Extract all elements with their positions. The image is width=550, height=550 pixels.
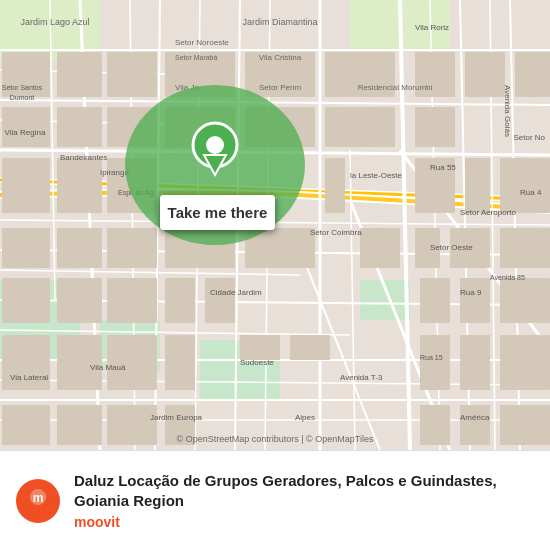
svg-text:Setor Santos: Setor Santos	[2, 84, 43, 91]
svg-rect-51	[325, 107, 395, 147]
svg-text:Bandeirantes: Bandeirantes	[60, 153, 107, 162]
svg-rect-73	[57, 278, 102, 323]
svg-rect-78	[460, 278, 490, 323]
svg-text:Vila Cristina: Vila Cristina	[259, 53, 302, 62]
info-text: Daluz Locação de Grupos Geradores, Palco…	[74, 471, 534, 530]
svg-rect-63	[2, 228, 50, 268]
svg-text:Rua 15: Rua 15	[420, 354, 443, 361]
svg-text:m: m	[33, 491, 44, 505]
svg-text:Vila Mauá: Vila Mauá	[90, 363, 126, 372]
svg-text:Rua 55: Rua 55	[430, 163, 456, 172]
svg-text:Dumont: Dumont	[10, 94, 35, 101]
svg-text:© OpenStreetMap contributors |: © OpenStreetMap contributors | © OpenMap…	[177, 434, 374, 444]
svg-text:la Leste-Oeste: la Leste-Oeste	[350, 171, 403, 180]
place-title: Daluz Locação de Grupos Geradores, Palco…	[74, 471, 534, 510]
svg-text:Jardim Lago Azul: Jardim Lago Azul	[20, 17, 89, 27]
moovit-brand: moovit	[74, 514, 120, 530]
svg-rect-42	[2, 107, 50, 147]
moovit-label: moovit	[74, 514, 534, 530]
svg-rect-93	[420, 405, 450, 445]
svg-rect-84	[240, 335, 280, 360]
svg-rect-85	[290, 335, 330, 360]
svg-rect-56	[2, 158, 50, 213]
svg-rect-88	[500, 335, 550, 390]
svg-rect-86	[420, 335, 450, 390]
svg-text:Setor Oeste: Setor Oeste	[430, 243, 473, 252]
info-bar: m Daluz Locação de Grupos Geradores, Pal…	[0, 450, 550, 550]
svg-rect-77	[420, 278, 450, 323]
svg-text:Vila Roriz: Vila Roriz	[415, 23, 449, 32]
svg-rect-90	[57, 405, 102, 445]
svg-text:Alpes: Alpes	[295, 413, 315, 422]
svg-rect-94	[460, 405, 490, 445]
svg-point-133	[206, 136, 224, 154]
svg-text:Setor Marabá: Setor Marabá	[175, 54, 218, 61]
svg-rect-59	[325, 158, 345, 213]
svg-text:Residencial Morumbi: Residencial Morumbi	[358, 83, 433, 92]
svg-rect-54	[465, 52, 505, 97]
svg-rect-61	[465, 158, 490, 213]
svg-rect-79	[500, 278, 550, 323]
svg-rect-75	[165, 278, 195, 323]
svg-text:Rua 9: Rua 9	[460, 288, 482, 297]
svg-text:Avenida Goiás: Avenida Goiás	[503, 85, 512, 137]
svg-marker-140	[30, 504, 46, 518]
svg-rect-68	[360, 228, 400, 268]
svg-text:Jardim Europa: Jardim Europa	[150, 413, 203, 422]
svg-rect-64	[57, 228, 102, 268]
svg-rect-83	[165, 335, 195, 390]
svg-rect-62	[500, 158, 550, 213]
svg-text:Ipiranga: Ipiranga	[100, 168, 129, 177]
svg-text:Cidade Jardim: Cidade Jardim	[210, 288, 262, 297]
svg-rect-71	[500, 228, 550, 268]
svg-rect-76	[205, 278, 235, 323]
map-container: Jardim Diamantina Jardim Lago Azul Setor…	[0, 0, 550, 450]
svg-text:Rua 4: Rua 4	[520, 188, 542, 197]
moovit-logo: m	[16, 479, 60, 523]
svg-text:Via Lateral: Via Lateral	[10, 373, 48, 382]
svg-rect-95	[500, 405, 550, 445]
svg-rect-89	[2, 405, 50, 445]
svg-rect-53	[415, 107, 455, 147]
svg-text:Setor Coimbra: Setor Coimbra	[310, 228, 362, 237]
take-me-there-button[interactable]: Take me there	[160, 195, 275, 230]
svg-rect-41	[57, 52, 102, 97]
svg-text:Setor No: Setor No	[513, 133, 545, 142]
svg-text:Setor Noroeste: Setor Noroeste	[175, 38, 229, 47]
svg-text:Setor Aeroporto: Setor Aeroporto	[460, 208, 517, 217]
svg-text:Avenida T-3: Avenida T-3	[340, 373, 383, 382]
svg-text:Vila Regina: Vila Regina	[5, 128, 46, 137]
svg-rect-91	[107, 405, 157, 445]
svg-rect-87	[460, 335, 490, 390]
svg-rect-72	[2, 278, 50, 323]
svg-text:Setor Perim: Setor Perim	[259, 83, 302, 92]
svg-rect-55	[515, 52, 550, 97]
svg-rect-44	[107, 52, 157, 97]
moovit-icon: m	[16, 479, 60, 523]
svg-rect-43	[57, 107, 102, 147]
svg-rect-57	[57, 158, 102, 213]
svg-rect-74	[107, 278, 157, 323]
svg-text:América: América	[460, 413, 490, 422]
svg-text:Jardim Diamantina: Jardim Diamantina	[242, 17, 317, 27]
svg-rect-65	[107, 228, 157, 268]
svg-text:Sudoeste: Sudoeste	[240, 358, 274, 367]
svg-text:Avenida 85: Avenida 85	[490, 274, 525, 281]
